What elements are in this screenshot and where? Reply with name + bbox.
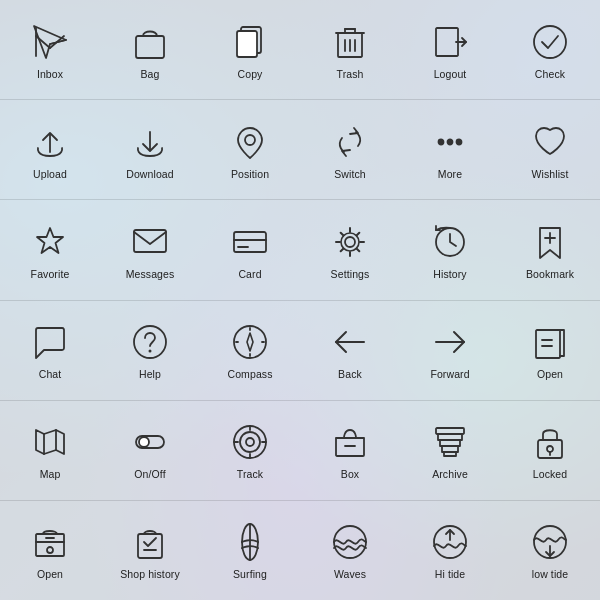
icon-bag[interactable]: Bag: [100, 20, 200, 80]
svg-rect-73: [138, 534, 162, 558]
svg-point-33: [134, 326, 166, 358]
svg-point-29: [341, 233, 359, 251]
icon-shophistory[interactable]: Shop history: [100, 520, 200, 580]
icon-more[interactable]: More: [400, 120, 500, 180]
lowtide-icon: [528, 520, 572, 564]
card-label: Card: [238, 268, 261, 280]
copy-label: Copy: [238, 68, 263, 80]
svg-point-50: [139, 437, 149, 447]
icon-messages[interactable]: Messages: [100, 220, 200, 280]
icon-onoff[interactable]: On/Off: [100, 420, 200, 480]
icon-settings[interactable]: Settings: [300, 220, 400, 280]
inbox-label: Inbox: [37, 68, 63, 80]
more-label: More: [438, 168, 462, 180]
forward-label: Forward: [430, 368, 469, 380]
icon-inbox[interactable]: Inbox: [0, 20, 100, 80]
icon-card[interactable]: Card: [200, 220, 300, 280]
bookmark-label: Bookmark: [526, 268, 574, 280]
lowtide-label: low tide: [532, 568, 568, 580]
settings-icon: [328, 220, 372, 264]
icon-logout[interactable]: Logout: [400, 20, 500, 80]
row-3: Favorite Messages Card: [0, 200, 600, 300]
help-icon: [128, 320, 172, 364]
history-icon: [428, 220, 472, 264]
icon-copy[interactable]: Copy: [200, 20, 300, 80]
svg-point-18: [534, 26, 566, 58]
compass-icon: [228, 320, 272, 364]
back-icon: [328, 320, 372, 364]
icon-history[interactable]: History: [400, 220, 500, 280]
icon-forward[interactable]: Forward: [400, 320, 500, 380]
icon-track[interactable]: Track: [200, 420, 300, 480]
icon-upload[interactable]: Upload: [0, 120, 100, 180]
svg-point-72: [47, 547, 53, 553]
box-icon: [328, 420, 372, 464]
icon-trash[interactable]: Trash: [300, 20, 400, 80]
row-1: Inbox Bag Copy: [0, 0, 600, 100]
shophistory-icon: [128, 520, 172, 564]
icon-locked[interactable]: Locked: [500, 420, 600, 480]
map-icon: [28, 420, 72, 464]
icon-waves[interactable]: Waves: [300, 520, 400, 580]
svg-rect-43: [536, 330, 560, 358]
archive-label: Archive: [432, 468, 468, 480]
bag-icon: [128, 20, 172, 64]
svg-rect-65: [444, 452, 456, 456]
icon-download[interactable]: Download: [100, 120, 200, 180]
help-label: Help: [139, 368, 161, 380]
open-icon: [528, 320, 572, 364]
chat-label: Chat: [39, 368, 62, 380]
surfing-icon: [228, 520, 272, 564]
svg-rect-25: [234, 232, 266, 252]
svg-rect-5: [136, 36, 164, 58]
icon-help[interactable]: Help: [100, 320, 200, 380]
position-icon: [228, 120, 272, 164]
icon-open[interactable]: Open: [500, 320, 600, 380]
switch-label: Switch: [334, 168, 366, 180]
icon-back[interactable]: Back: [300, 320, 400, 380]
bookmark-icon: [528, 220, 572, 264]
icon-surfing[interactable]: Surfing: [200, 520, 300, 580]
open2-icon: [28, 520, 72, 564]
check-icon: [528, 20, 572, 64]
switch-icon: [328, 120, 372, 164]
chat-icon: [28, 320, 72, 364]
icon-compass[interactable]: Compass: [200, 320, 300, 380]
svg-point-20: [439, 139, 444, 144]
download-icon: [128, 120, 172, 164]
forward-icon: [428, 320, 472, 364]
icon-switch[interactable]: Switch: [300, 120, 400, 180]
shophistory-label: Shop history: [120, 568, 180, 580]
messages-icon: [128, 220, 172, 264]
icon-hitide[interactable]: Hi tide: [400, 520, 500, 580]
open-label: Open: [537, 368, 563, 380]
icon-box[interactable]: Box: [300, 420, 400, 480]
hitide-label: Hi tide: [435, 568, 466, 580]
icon-lowtide[interactable]: low tide: [500, 520, 600, 580]
icon-chat[interactable]: Chat: [0, 320, 100, 380]
icon-map[interactable]: Map: [0, 420, 100, 480]
icon-open2[interactable]: Open: [0, 520, 100, 580]
icon-position[interactable]: Position: [200, 120, 300, 180]
card-icon: [228, 220, 272, 264]
download-label: Download: [126, 168, 174, 180]
icon-archive[interactable]: Archive: [400, 420, 500, 480]
svg-marker-46: [36, 430, 64, 454]
wishlist-label: Wishlist: [531, 168, 568, 180]
icon-favorite[interactable]: Favorite: [0, 220, 100, 280]
hitide-icon: [428, 520, 472, 564]
icon-wishlist[interactable]: Wishlist: [500, 120, 600, 180]
row-6: Open Shop history: [0, 501, 600, 600]
bag-label: Bag: [141, 68, 160, 80]
locked-label: Locked: [533, 468, 568, 480]
check-label: Check: [535, 68, 565, 80]
upload-icon: [28, 120, 72, 164]
svg-point-52: [240, 432, 260, 452]
history-label: History: [433, 268, 466, 280]
icon-bookmark[interactable]: Bookmark: [500, 220, 600, 280]
logout-icon: [428, 20, 472, 64]
open2-label: Open: [37, 568, 63, 580]
settings-label: Settings: [331, 268, 370, 280]
icon-check[interactable]: Check: [500, 20, 600, 80]
position-label: Position: [231, 168, 269, 180]
